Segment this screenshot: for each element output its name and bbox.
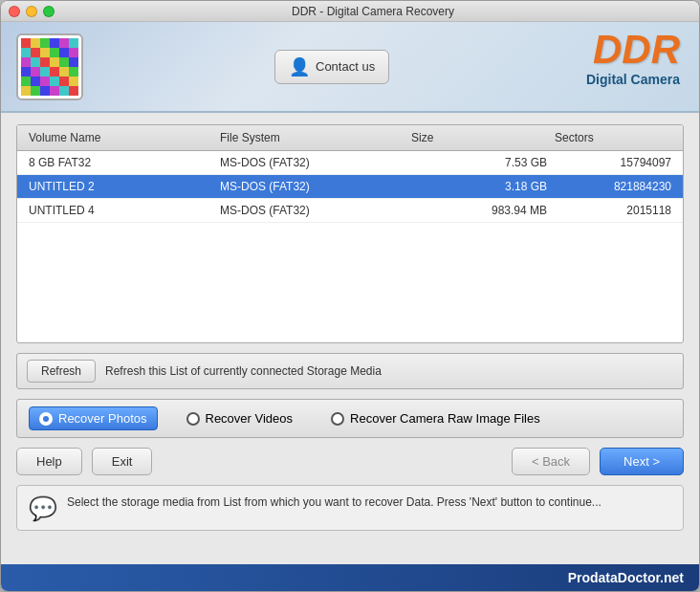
svg-rect-32 bbox=[31, 86, 40, 96]
svg-rect-25 bbox=[21, 77, 31, 86]
next-button[interactable]: Next > bbox=[600, 448, 684, 475]
brand-area: DDR Digital Camera bbox=[586, 30, 680, 87]
svg-rect-21 bbox=[40, 67, 50, 77]
svg-rect-28 bbox=[50, 77, 59, 86]
table-row[interactable]: UNTITLED 4 MS-DOS (FAT32) 983.94 MB 2015… bbox=[17, 199, 683, 223]
svg-rect-16 bbox=[50, 57, 59, 67]
cell-fs: MS-DOS (FAT32) bbox=[216, 154, 407, 171]
col-header-volume: Volume Name bbox=[25, 129, 216, 146]
svg-rect-33 bbox=[40, 86, 50, 96]
info-bar: 💬 Select the storage media from List fro… bbox=[16, 485, 684, 531]
cell-volume: 8 GB FAT32 bbox=[25, 154, 216, 171]
svg-rect-5 bbox=[59, 38, 69, 48]
header: 👤 Contact us DDR Digital Camera bbox=[1, 22, 699, 113]
svg-rect-23 bbox=[59, 67, 69, 77]
radio-videos-circle bbox=[186, 412, 200, 426]
refresh-description: Refresh this List of currently connected… bbox=[105, 364, 382, 378]
contact-button[interactable]: 👤 Contact us bbox=[274, 50, 389, 84]
svg-rect-2 bbox=[31, 38, 40, 48]
cell-fs: MS-DOS (FAT32) bbox=[216, 178, 407, 195]
svg-rect-27 bbox=[40, 77, 50, 86]
table-row[interactable]: UNTITLED 2 MS-DOS (FAT32) 3.18 GB 821884… bbox=[17, 175, 683, 199]
svg-rect-19 bbox=[21, 67, 31, 77]
minimize-button[interactable] bbox=[26, 6, 37, 17]
svg-rect-22 bbox=[50, 67, 59, 77]
recovery-options: Recover Photos Recover Videos Recover Ca… bbox=[16, 399, 684, 438]
svg-rect-13 bbox=[21, 57, 31, 67]
back-button[interactable]: < Back bbox=[512, 448, 590, 475]
recover-photos-label: Recover Photos bbox=[58, 411, 147, 426]
svg-rect-14 bbox=[31, 57, 40, 67]
info-text: Select the storage media from List from … bbox=[67, 493, 602, 511]
info-icon: 💬 bbox=[29, 495, 57, 522]
table-header: Volume Name File System Size Sectors bbox=[17, 125, 683, 151]
recover-videos-label: Recover Videos bbox=[206, 411, 294, 426]
svg-rect-29 bbox=[59, 77, 69, 86]
recover-videos-option[interactable]: Recover Videos bbox=[177, 407, 303, 429]
svg-rect-31 bbox=[21, 86, 31, 96]
contact-label: Contact us bbox=[316, 59, 375, 74]
main-window: DDR - Digital Camera Recovery bbox=[0, 0, 700, 592]
cell-size: 983.94 MB bbox=[407, 202, 551, 219]
cell-fs: MS-DOS (FAT32) bbox=[216, 202, 407, 219]
radio-photos-circle bbox=[39, 412, 53, 426]
table-row[interactable]: 8 GB FAT32 MS-DOS (FAT32) 7.53 GB 157940… bbox=[17, 151, 683, 175]
maximize-button[interactable] bbox=[43, 6, 55, 17]
col-header-fs: File System bbox=[216, 129, 407, 146]
cell-size: 7.53 GB bbox=[407, 154, 551, 171]
refresh-button[interactable]: Refresh bbox=[27, 360, 96, 383]
cell-sectors: 2015118 bbox=[551, 202, 675, 219]
svg-rect-7 bbox=[21, 48, 31, 57]
svg-rect-9 bbox=[40, 48, 50, 57]
svg-rect-3 bbox=[40, 38, 50, 48]
footer-brand-text: ProdataDoctor.net bbox=[568, 570, 684, 585]
help-button[interactable]: Help bbox=[16, 448, 82, 475]
refresh-bar: Refresh Refresh this List of currently c… bbox=[16, 353, 684, 389]
svg-rect-18 bbox=[69, 57, 78, 67]
cell-size: 3.18 GB bbox=[407, 178, 551, 195]
cell-volume: UNTITLED 4 bbox=[25, 202, 216, 219]
main-content: Volume Name File System Size Sectors 8 G… bbox=[1, 113, 699, 564]
svg-rect-36 bbox=[69, 86, 78, 96]
titlebar: DDR - Digital Camera Recovery bbox=[1, 1, 699, 22]
radio-raw-circle bbox=[331, 412, 344, 426]
brand-sub-text: Digital Camera bbox=[586, 72, 680, 87]
svg-rect-11 bbox=[59, 48, 69, 57]
recover-photos-option[interactable]: Recover Photos bbox=[29, 406, 158, 430]
footer-brand: ProdataDoctor.net bbox=[1, 564, 699, 591]
cell-volume: UNTITLED 2 bbox=[25, 178, 216, 195]
col-header-size: Size bbox=[407, 129, 551, 146]
radio-inner bbox=[43, 416, 49, 422]
storage-table: Volume Name File System Size Sectors 8 G… bbox=[16, 124, 684, 343]
svg-rect-34 bbox=[50, 86, 59, 96]
svg-rect-26 bbox=[31, 77, 40, 86]
app-logo bbox=[16, 33, 83, 100]
cell-sectors: 821884230 bbox=[551, 178, 675, 195]
svg-rect-4 bbox=[50, 38, 59, 48]
svg-rect-20 bbox=[31, 67, 40, 77]
contact-icon: 👤 bbox=[289, 56, 310, 77]
svg-rect-15 bbox=[40, 57, 50, 67]
svg-rect-35 bbox=[59, 86, 69, 96]
recover-raw-label: Recover Camera Raw Image Files bbox=[350, 411, 540, 426]
svg-rect-8 bbox=[31, 48, 40, 57]
table-body: 8 GB FAT32 MS-DOS (FAT32) 7.53 GB 157940… bbox=[17, 151, 683, 342]
svg-rect-10 bbox=[50, 48, 59, 57]
cell-sectors: 15794097 bbox=[551, 154, 675, 171]
exit-button[interactable]: Exit bbox=[92, 448, 153, 475]
window-controls bbox=[9, 6, 55, 17]
svg-rect-12 bbox=[69, 48, 78, 57]
brand-ddr-text: DDR bbox=[586, 30, 680, 70]
recover-raw-option[interactable]: Recover Camera Raw Image Files bbox=[321, 407, 550, 429]
action-buttons: Help Exit < Back Next > bbox=[16, 448, 684, 475]
svg-rect-6 bbox=[69, 38, 78, 48]
window-title: DDR - Digital Camera Recovery bbox=[55, 5, 691, 18]
svg-rect-30 bbox=[69, 77, 78, 86]
col-header-sectors: Sectors bbox=[551, 129, 675, 146]
logo-icon bbox=[21, 38, 78, 96]
svg-rect-24 bbox=[69, 67, 78, 77]
close-button[interactable] bbox=[9, 6, 20, 17]
svg-rect-1 bbox=[21, 38, 31, 48]
svg-rect-17 bbox=[59, 57, 69, 67]
